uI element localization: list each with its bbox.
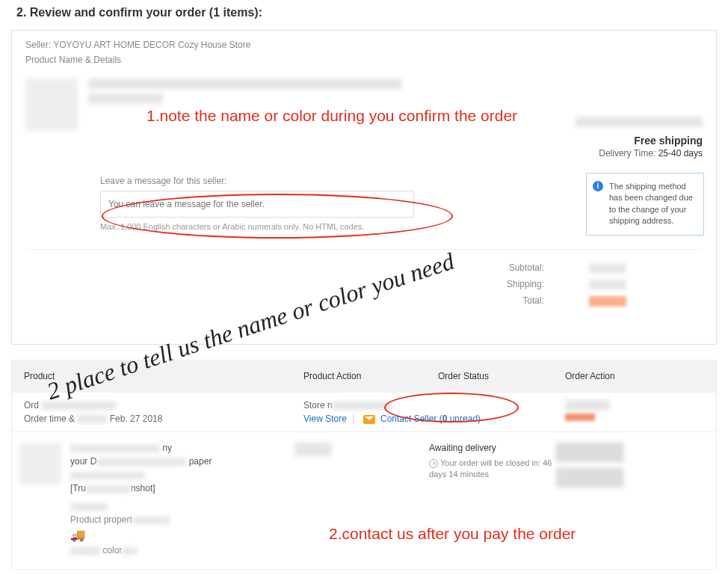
truck-icon: 🚚 [70, 529, 85, 541]
shipping-notice-text: The shipping method has been changed due… [609, 182, 693, 225]
awaiting-delivery-label: Awaiting delivery [429, 443, 556, 453]
header-product-action: Product Action [303, 371, 438, 381]
detail-blur-8 [122, 547, 137, 555]
detail-blur-2 [96, 458, 186, 466]
detail-blur-1 [70, 445, 160, 452]
annotation-note-2: 2.contact us after you pay the order [329, 523, 576, 544]
product-thumbnail [25, 79, 78, 131]
free-shipping-label: Free shipping [576, 135, 703, 147]
ord-prefix: Ord [24, 400, 39, 411]
shipping-notice: i The shipping method has been changed d… [586, 173, 704, 236]
order-info-cell: Ord Order time & Feb. 27 2018 [19, 400, 303, 424]
detail-blur-7 [70, 547, 100, 555]
header-order-status: Order Status [438, 371, 565, 381]
clock-icon [429, 459, 438, 468]
order-time-prefix: Order time & [24, 413, 75, 424]
product-details-label: Product Name & Details [25, 55, 703, 65]
blurred-ship-info [576, 117, 703, 127]
order-action-cell [565, 400, 709, 421]
ord-id-blur [41, 402, 116, 410]
mail-icon [363, 415, 375, 424]
detail-blur-6 [132, 517, 170, 524]
paper-suffix: paper [189, 456, 212, 467]
detail-text-cell: ny your D paper [Trunshot] Product prope… [70, 443, 294, 559]
subtotal-value-blur [589, 264, 626, 273]
table-detail-row: ny your D paper [Trunshot] Product prope… [12, 431, 716, 569]
detail-blur-4 [86, 485, 131, 493]
table-header-row: Product Product Action Order Status Orde… [12, 360, 716, 392]
contact-seller-link[interactable]: Contact Seller (0 unread) [380, 413, 481, 424]
close-timer: Your order will be closed in: 46 days 14… [429, 458, 556, 481]
close-text: Your order will be closed in: [440, 458, 540, 467]
detail-blur-3 [70, 472, 145, 479]
subtotal-label: Subtotal: [509, 262, 544, 273]
order-date: Feb. 27 2018 [110, 413, 163, 424]
product-action-blur [294, 443, 332, 456]
separator: | [352, 413, 354, 424]
nshot-suffix: nshot] [131, 483, 155, 493]
seller-message-input[interactable] [100, 191, 414, 218]
info-icon: i [593, 181, 603, 191]
header-product: Product [19, 371, 303, 381]
delivery-time-label: Delivery Time: [599, 148, 655, 159]
store-prefix: Store n [303, 400, 333, 411]
view-store-link[interactable]: View Store [303, 413, 347, 424]
order-action-buttons-cell [556, 443, 709, 559]
totals-block: Subtotal: Shipping: Total: [507, 262, 626, 313]
annotation-note-1: 1.note the name or color during you conf… [146, 105, 517, 126]
total-value-blur [589, 296, 626, 307]
detail-thumbnail [19, 443, 61, 485]
action-button-blur-1[interactable] [556, 443, 623, 462]
shipping-column: Free shipping Delivery Time: 25-40 days [576, 117, 703, 159]
header-order-action: Order Action [565, 371, 709, 381]
seller-name: YOYOYU ART HOME DECOR Cozy House Store [53, 40, 250, 50]
order-action-blur-1 [565, 400, 610, 411]
order-time-blur [77, 415, 107, 423]
divider [25, 249, 703, 250]
seller-line: Seller: YOYOYU ART HOME DECOR Cozy House… [25, 40, 703, 50]
color-label: color [102, 545, 122, 556]
order-action-blur-2 [565, 413, 595, 421]
seller-label: Seller: [25, 40, 51, 50]
your-prefix: your D [70, 456, 96, 467]
order-review-box: Seller: YOYOYU ART HOME DECOR Cozy House… [11, 30, 717, 345]
detail-blur-5 [70, 503, 108, 511]
blurred-product-title [88, 79, 402, 89]
total-label: Total: [522, 295, 544, 306]
section-title: 2. Review and confirm your order (1 item… [0, 0, 728, 30]
shipping-label: Shipping: [507, 279, 544, 289]
product-properties-label: Product propert [70, 514, 132, 525]
delivery-time-value: 25-40 days [658, 148, 703, 159]
store-actions-cell: Store n View Store | Contact Seller (0 u… [303, 400, 565, 424]
delivery-time: Delivery Time: 25-40 days [576, 148, 703, 159]
blurred-product-sub [88, 93, 163, 104]
table-order-row: Ord Order time & Feb. 27 2018 Store n Vi… [12, 392, 716, 431]
tru-prefix: [Tru [70, 483, 86, 493]
action-button-blur-2[interactable] [556, 468, 623, 488]
shipping-value-blur [589, 280, 626, 289]
store-name-blur [333, 402, 392, 410]
